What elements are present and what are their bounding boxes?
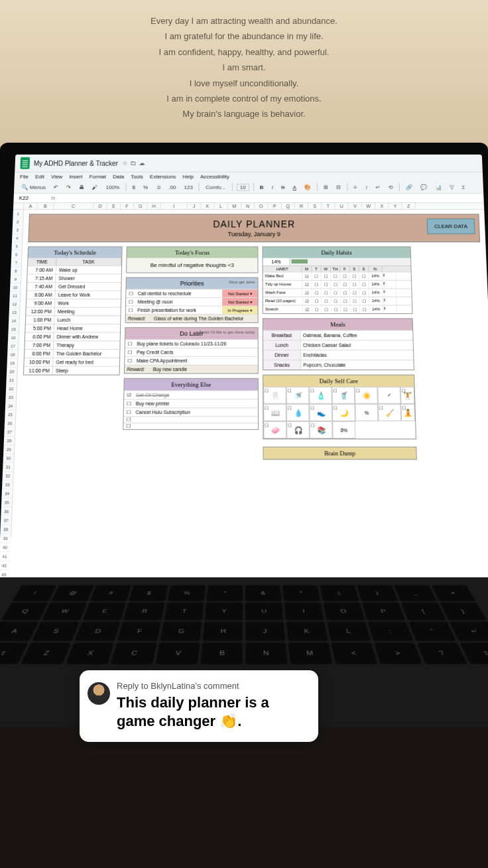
col-X[interactable]: X [375,203,389,209]
row-12[interactable]: 12 [9,300,20,309]
menu-view[interactable]: View [51,174,63,180]
merge-icon[interactable]: ⊟ [334,183,343,190]
row-16[interactable]: 16 [8,334,19,342]
selfcare-cell[interactable]: ☐🦷 [263,387,286,404]
row-36[interactable]: 36 [1,507,12,516]
row-41[interactable]: 41 [0,552,10,561]
menu-data[interactable]: Data [113,174,124,180]
focus-text[interactable]: Be mindful of negative thoughts <3 [127,258,257,273]
everything-row[interactable]: ☐ [123,416,258,423]
row-24[interactable]: 24 [5,401,16,410]
col-H[interactable]: H [147,203,160,209]
col-A[interactable]: A [24,203,38,209]
row-29[interactable]: 29 [3,445,14,454]
row-34[interactable]: 34 [1,489,12,498]
schedule-row[interactable]: 6:00 PMDinner with Andrew [25,332,120,341]
col-I[interactable]: I [161,203,188,209]
fill-icon[interactable]: 🎨 [302,183,313,190]
habit-row[interactable]: Read (10 pages)☑☐☐☐☐☐☐14% [263,297,412,305]
dec-decrease[interactable]: .0 [154,183,162,190]
priority-row[interactable]: ☐Call dentist to rescheduleNot Started ▾ [126,289,257,297]
col-U[interactable]: U [335,203,348,209]
zoom-select[interactable]: 100% [103,183,121,190]
col-T[interactable]: T [322,203,335,209]
priority-row[interactable]: ☐Finish presentation for workIn Progress… [126,306,258,315]
row-33[interactable]: 33 [2,480,13,489]
col-G[interactable]: G [134,203,147,209]
schedule-row[interactable]: 1:00 PMLunch [26,315,121,324]
schedule-row[interactable]: 7:00 AMWake up [28,265,121,273]
priority-row[interactable]: ☐Meeting @ noonNot Started ▾ [126,297,258,306]
meal-row[interactable]: SnacksPopcorn, Chocolate [263,360,414,370]
cell-reference[interactable] [19,195,46,201]
schedule-row[interactable]: 10:00 PMGet ready for bed [24,358,119,366]
menu-insert[interactable]: Insert [69,174,82,180]
halign-icon[interactable]: ≡ [351,183,359,190]
row-40[interactable]: 40 [0,543,11,552]
selfcare-cell[interactable]: ☐☀️ [355,387,378,404]
comment-icon[interactable]: 💬 [418,183,429,190]
dolater-row[interactable]: ☐Pay Credit Cards [125,348,257,356]
row-1[interactable]: 1 [13,210,23,218]
everything-row[interactable]: ☐ [123,423,258,429]
col-N[interactable]: N [241,203,255,209]
row-28[interactable]: 28 [4,437,15,445]
borders-icon[interactable]: ⊞ [322,183,330,190]
row-22[interactable]: 22 [6,384,17,393]
reward-text[interactable]: Buy new candle [151,366,258,374]
wrap-icon[interactable]: ↵ [373,183,382,190]
valign-icon[interactable]: ↕ [363,183,369,190]
row-25[interactable]: 25 [5,410,15,419]
col-F[interactable]: F [121,203,134,209]
schedule-row[interactable]: 12:00 PMMeeting [26,307,120,316]
row-13[interactable]: 13 [9,309,19,317]
row-11[interactable]: 11 [9,292,20,301]
row-18[interactable]: 18 [7,350,18,359]
selfcare-cell[interactable]: ☐🏋️ [400,387,415,404]
row-30[interactable]: 30 [3,454,14,463]
row-32[interactable]: 32 [2,472,13,480]
clear-data-button[interactable]: CLEAR DATA [427,218,475,234]
row-5[interactable]: 5 [11,242,22,250]
reward-text[interactable]: Glass of wine during The Golden Bachelor [152,315,258,323]
selfcare-cell[interactable]: ☐🌙 [332,404,355,421]
col-K[interactable]: K [201,203,214,209]
everything-row[interactable]: ☑Get Oil Change [124,390,258,399]
spreadsheet-canvas[interactable]: DAILY PLANNER Tuesday, January 9 CLEAR D… [11,210,488,537]
row-9[interactable]: 9 [10,275,21,283]
cloud-icon[interactable]: ☁ [139,160,145,167]
document-title[interactable]: My ADHD Planner & Tracker [34,159,119,167]
star-icon[interactable]: ☆ [122,160,127,167]
currency-icon[interactable]: $ [130,183,137,190]
row-31[interactable]: 31 [3,463,13,471]
row-4[interactable]: 4 [12,234,23,242]
selfcare-cell[interactable]: ☐🎧 [286,421,310,439]
selfcare-cell[interactable]: ☐📖 [263,404,286,421]
meal-row[interactable]: DinnerEnchiladas [263,350,413,360]
schedule-row[interactable]: 7:00 PMTherapy [25,340,119,349]
menu-edit[interactable]: Edit [35,174,44,180]
col-D[interactable]: D [93,203,107,209]
col-M[interactable]: M [228,203,241,209]
selfcare-cell[interactable]: ☐🚿 [286,387,310,404]
row-26[interactable]: 26 [5,419,15,427]
row-42[interactable]: 42 [0,561,10,571]
habit-row[interactable]: Make Bed☑☐☐☐☐☐☐14% [263,271,411,279]
redo-icon[interactable]: ↷ [64,183,73,190]
col-Q[interactable]: Q [282,203,295,209]
col-B[interactable]: B [37,203,54,209]
dolater-row[interactable]: ☐Make CPA Appointment [125,356,258,365]
habit-row[interactable]: Tidy up House☑☐☐☐☐☐☐14% [263,280,412,288]
col-C[interactable]: C [54,203,94,209]
row-8[interactable]: 8 [11,267,21,275]
italic-button[interactable]: I [270,183,275,190]
menu-help[interactable]: Help [182,174,194,180]
col-J[interactable]: J [188,203,201,209]
everything-row[interactable]: ☐Cancel Hulu Subscription [124,407,258,416]
habit-row[interactable]: Stretch☑☐☐☐☐☐☐14% [263,305,412,313]
col-S[interactable]: S [308,203,322,209]
menu-file[interactable]: File [20,174,29,180]
dolater-row[interactable]: ☐Buy plane tickets to Colorado 11/23-11/… [125,339,258,348]
selfcare-cell[interactable]: ☐🥤 [332,387,355,404]
row-20[interactable]: 20 [7,368,17,376]
